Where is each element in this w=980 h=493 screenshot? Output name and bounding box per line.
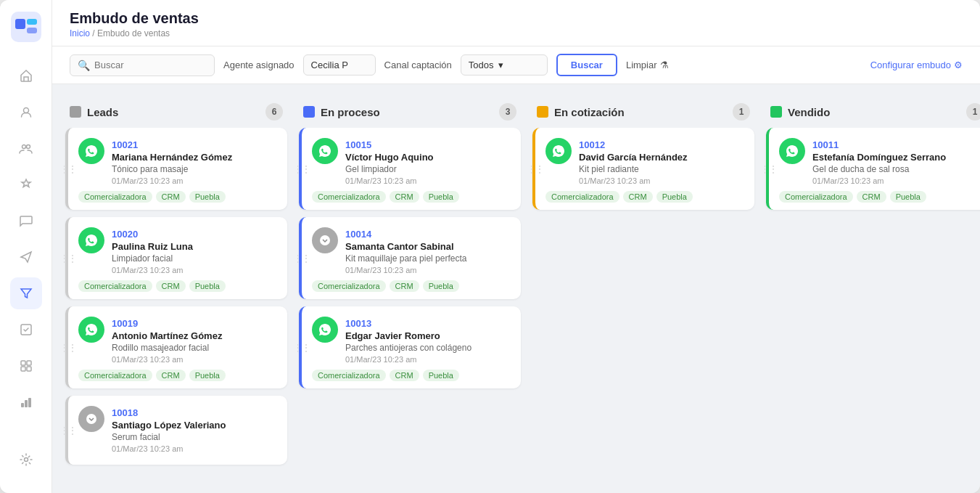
breadcrumb-current: Embudo de ventas — [97, 28, 170, 38]
card-id[interactable]: 10013 — [345, 318, 371, 329]
chevron-down-icon: ▾ — [498, 60, 503, 70]
svg-rect-8 — [21, 361, 25, 365]
tag: Puebla — [890, 191, 926, 203]
agent-value[interactable]: Cecilia P — [303, 54, 376, 76]
svg-rect-2 — [27, 19, 37, 25]
card-header: 10015 Víctor Hugo Aquino Gel limpiador 0… — [312, 138, 511, 185]
card-avatar — [779, 138, 805, 164]
kanban-card[interactable]: ⋮⋮ 10014 Samanta Cantor Sabinal Kit maqu… — [299, 217, 521, 299]
kanban-card[interactable]: ⋮⋮ 10021 Mariana Hernández Gómez Tónico … — [65, 128, 287, 210]
svg-rect-13 — [25, 400, 28, 407]
card-tags: ComercializadoraCRMPuebla — [779, 191, 978, 203]
card-name: Antonio Martínez Gómez — [112, 330, 277, 341]
column-title-enproceso: En proceso — [321, 106, 493, 118]
svg-rect-12 — [21, 403, 24, 407]
kanban-card[interactable]: ⋮⋮ 10013 Edgar Javier Romero Parches ant… — [299, 306, 521, 388]
limpiar-label: Limpiar — [626, 60, 657, 70]
kanban-card[interactable]: ⋮⋮ 10011 Estefanía Domínguez Serrano Gel… — [766, 128, 980, 210]
card-header: 10014 Samanta Cantor Sabinal Kit maquill… — [312, 227, 511, 274]
card-tags: ComercializadoraCRMPuebla — [312, 280, 511, 292]
column-count-leads: 6 — [265, 103, 283, 121]
tag: Comercializadora — [779, 191, 853, 203]
column-color-vendido — [770, 106, 782, 118]
sidebar-item-messages[interactable] — [10, 205, 42, 237]
card-id[interactable]: 10014 — [345, 229, 371, 240]
card-header: 10013 Edgar Javier Romero Parches antioj… — [312, 317, 511, 364]
column-title-leads: Leads — [87, 106, 260, 118]
configurar-button[interactable]: Configurar embudo ⚙ — [870, 60, 963, 70]
card-info: 10021 Mariana Hernández Gómez Tónico par… — [112, 138, 277, 185]
canal-select[interactable]: Todos ▾ — [461, 54, 548, 76]
kanban-card[interactable]: ⋮⋮ 10019 Antonio Martínez Gómez Rodillo … — [65, 306, 287, 388]
card-id[interactable]: 10018 — [112, 407, 138, 418]
drag-handle[interactable]: ⋮⋮ — [64, 425, 77, 436]
sidebar-item-board[interactable] — [10, 350, 42, 382]
card-header: 10021 Mariana Hernández Gómez Tónico par… — [78, 138, 277, 185]
column-color-encotizacion — [537, 106, 548, 118]
card-product: Serum facial — [112, 432, 277, 442]
card-product: Kit maquillaje para piel perfecta — [345, 253, 511, 264]
column-header-enproceso: En proceso 3 — [297, 96, 522, 128]
tag: Puebla — [189, 370, 226, 381]
buscar-button[interactable]: Buscar — [556, 54, 617, 76]
drag-handle[interactable]: ⋮⋮ — [297, 253, 310, 264]
card-id[interactable]: 10015 — [345, 139, 371, 150]
sidebar-item-favorites[interactable] — [10, 168, 42, 200]
kanban-card[interactable]: ⋮⋮ 10018 Santiago López Valeriano Serum … — [65, 396, 287, 465]
sidebar-item-home[interactable] — [10, 60, 42, 91]
sidebar-item-funnel[interactable] — [10, 277, 42, 309]
limpiar-button[interactable]: Limpiar ⚗ — [626, 60, 669, 70]
svg-point-4 — [23, 108, 28, 113]
app-logo[interactable] — [11, 12, 41, 42]
card-id[interactable]: 10019 — [112, 318, 138, 329]
sidebar-navigation — [10, 60, 42, 444]
column-header-leads: Leads 6 — [64, 96, 289, 128]
card-name: Edgar Javier Romero — [345, 330, 511, 341]
svg-point-16 — [86, 414, 96, 424]
card-name: Estefanía Domínguez Serrano — [812, 152, 978, 163]
card-info: 10019 Antonio Martínez Gómez Rodillo mas… — [112, 317, 277, 364]
svg-point-15 — [24, 458, 28, 462]
drag-handle[interactable]: ⋮⋮ — [531, 164, 544, 174]
card-date: 01/Mar/23 10:23 am — [112, 444, 277, 453]
card-name: Samanta Cantor Sabinal — [345, 241, 511, 252]
tag: Comercializadora — [312, 370, 386, 381]
drag-handle[interactable]: ⋮⋮ — [64, 343, 77, 353]
sidebar-item-tasks[interactable] — [10, 314, 42, 346]
card-id[interactable]: 10020 — [112, 229, 138, 240]
card-id[interactable]: 10011 — [812, 139, 839, 150]
breadcrumb-home[interactable]: Inicio — [70, 28, 90, 38]
column-cards-enproceso: ⋮⋮ 10015 Víctor Hugo Aquino Gel limpiado… — [297, 128, 522, 481]
search-input[interactable] — [94, 60, 207, 70]
kanban-card[interactable]: ⋮⋮ 10015 Víctor Hugo Aquino Gel limpiado… — [299, 128, 521, 210]
drag-handle[interactable]: ⋮⋮ — [297, 164, 310, 174]
column-header-encotizacion: En cotización 1 — [531, 96, 756, 128]
drag-handle[interactable]: ⋮⋮ — [64, 164, 77, 174]
card-info: 10012 David García Hernández Kit piel ra… — [579, 138, 744, 185]
drag-handle[interactable]: ⋮⋮ — [765, 164, 778, 174]
card-id[interactable]: 10012 — [579, 139, 605, 150]
kanban-card[interactable]: ⋮⋮ 10012 David García Hernández Kit piel… — [532, 128, 754, 210]
tag: CRM — [623, 191, 653, 203]
drag-handle[interactable]: ⋮⋮ — [297, 343, 310, 353]
sidebar-item-reports[interactable] — [10, 386, 42, 418]
sidebar-item-contacts[interactable] — [10, 96, 42, 128]
drag-handle[interactable]: ⋮⋮ — [64, 253, 77, 264]
tag: Puebla — [423, 280, 459, 292]
card-id[interactable]: 10021 — [112, 139, 138, 150]
card-avatar — [545, 138, 572, 164]
page-header: Embudo de ventas Inicio / Embudo de vent… — [52, 0, 980, 46]
sidebar-item-settings[interactable] — [10, 444, 42, 476]
svg-rect-14 — [28, 398, 31, 407]
kanban-card[interactable]: ⋮⋮ 10020 Paulina Ruiz Luna Limpiador fac… — [65, 217, 287, 299]
sidebar-item-groups[interactable] — [10, 132, 42, 164]
card-name: Santiago López Valeriano — [112, 420, 277, 431]
tag: Puebla — [423, 370, 459, 381]
tag: Comercializadora — [78, 280, 152, 292]
tag: CRM — [390, 370, 419, 381]
sidebar-item-campaigns[interactable] — [10, 241, 42, 273]
card-avatar — [78, 406, 104, 432]
card-header: 10018 Santiago López Valeriano Serum fac… — [78, 406, 277, 453]
column-cards-leads: ⋮⋮ 10021 Mariana Hernández Gómez Tónico … — [64, 128, 289, 481]
search-box: 🔍 — [70, 54, 215, 76]
